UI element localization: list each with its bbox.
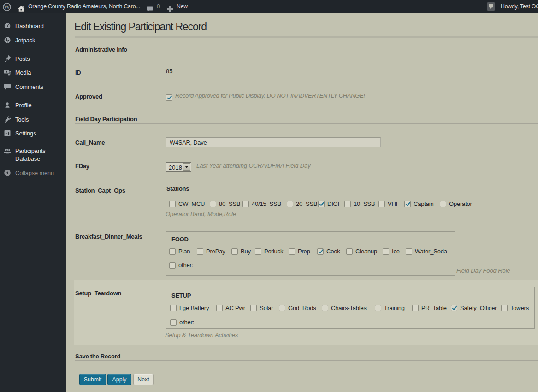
svg-text:W: W — [4, 3, 10, 11]
